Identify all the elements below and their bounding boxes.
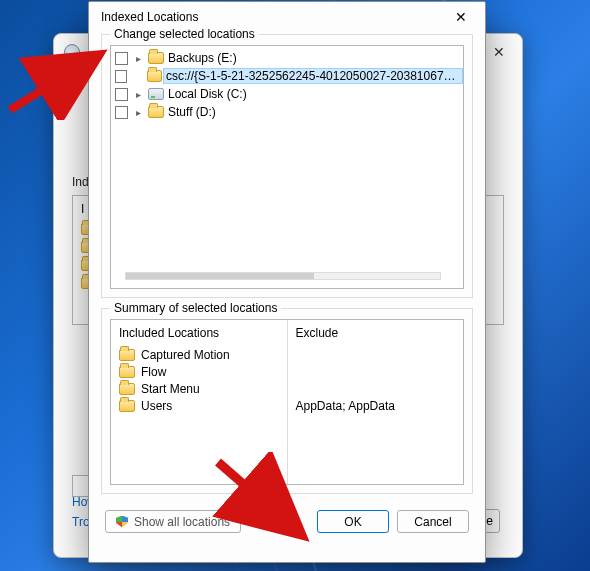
tree-item-label: csc://{S-1-5-21-3252562245-4012050027-20… xyxy=(163,68,463,84)
tree-item-label: Backups (E:) xyxy=(168,51,237,65)
tree-item-label: Stuff (D:) xyxy=(168,105,216,119)
close-button[interactable]: ✕ xyxy=(486,39,512,65)
chevron-right-icon[interactable]: ▸ xyxy=(132,89,144,100)
scrollbar-thumb[interactable] xyxy=(126,273,314,279)
checkbox[interactable] xyxy=(115,106,128,119)
summary-item[interactable]: Captured Motion xyxy=(119,346,279,363)
folder-icon xyxy=(147,70,162,82)
locations-tree[interactable]: ▸ Backups (E:) ▸ csc://{S-1-5-21-3252562… xyxy=(110,45,464,289)
tree-item-label: Local Disk (C:) xyxy=(168,87,247,101)
folder-icon xyxy=(119,400,135,412)
folder-icon xyxy=(119,366,135,378)
folder-icon xyxy=(119,349,135,361)
checkbox[interactable] xyxy=(115,52,128,65)
summary-item-label: Start Menu xyxy=(141,382,200,396)
show-all-label: Show all locations xyxy=(134,515,230,529)
close-button[interactable]: ✕ xyxy=(443,3,479,31)
folder-icon xyxy=(148,52,164,64)
exclude-header: Exclude xyxy=(296,326,456,340)
drive-icon xyxy=(148,88,164,100)
summary-group: Summary of selected locations Included L… xyxy=(101,308,473,494)
exclude-item xyxy=(296,363,456,380)
folder-icon xyxy=(119,383,135,395)
chevron-right-icon[interactable]: ▸ xyxy=(132,107,144,118)
tree-row-local-disk[interactable]: ▸ Local Disk (C:) xyxy=(111,85,463,103)
summary-item-label: Flow xyxy=(141,365,166,379)
dialog-title: Indexed Locations xyxy=(101,10,198,24)
change-locations-group: Change selected locations ▸ Backups (E:)… xyxy=(101,34,473,298)
included-header: Included Locations xyxy=(119,326,279,340)
cancel-button[interactable]: Cancel xyxy=(397,510,469,533)
horizontal-scrollbar[interactable] xyxy=(125,272,441,280)
checkbox[interactable] xyxy=(115,88,128,101)
tree-row-stuff[interactable]: ▸ Stuff (D:) xyxy=(111,103,463,121)
shield-icon xyxy=(116,516,128,528)
summary-item-label: Captured Motion xyxy=(141,348,230,362)
folder-icon xyxy=(148,106,164,118)
summary-listbox: Included Locations Captured Motion Flow … xyxy=(110,319,464,485)
ok-button[interactable]: OK xyxy=(317,510,389,533)
tree-row-backups[interactable]: ▸ Backups (E:) xyxy=(111,49,463,67)
chevron-right-icon[interactable]: ▸ xyxy=(132,53,144,64)
show-all-locations-button[interactable]: Show all locations xyxy=(105,510,241,533)
exclude-item: AppData; AppData xyxy=(296,397,456,414)
summary-item[interactable]: Flow xyxy=(119,363,279,380)
summary-item-label: Users xyxy=(141,399,172,413)
checkbox[interactable] xyxy=(115,70,127,83)
summary-item[interactable]: Start Menu xyxy=(119,380,279,397)
tree-row-csc[interactable]: ▸ csc://{S-1-5-21-3252562245-4012050027-… xyxy=(111,67,463,85)
group-change-legend: Change selected locations xyxy=(110,27,259,41)
exclude-item xyxy=(296,380,456,397)
exclude-item xyxy=(296,346,456,363)
indexed-locations-dialog: Indexed Locations ✕ Change selected loca… xyxy=(88,1,486,563)
search-magnifier-icon xyxy=(64,44,80,60)
group-summary-legend: Summary of selected locations xyxy=(110,301,281,315)
chevron-none-icon: ▸ xyxy=(131,71,142,82)
dialog-footer: Show all locations OK Cancel xyxy=(101,504,473,533)
summary-item[interactable]: Users xyxy=(119,397,279,414)
